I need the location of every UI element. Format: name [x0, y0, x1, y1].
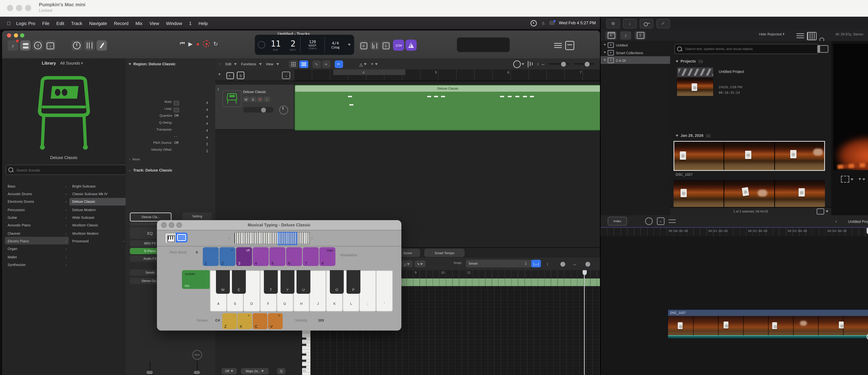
lcd-key[interactable]: Cmaj: [325, 45, 346, 49]
mixer-button[interactable]: [84, 40, 94, 51]
library-category-row[interactable]: Organ›: [5, 245, 69, 253]
marker-tool-icon[interactable]: [645, 217, 653, 225]
event-section-header[interactable]: Jan 28, 2026 (1): [676, 133, 710, 137]
quantize-apply-button[interactable]: Q: [277, 368, 285, 374]
window-dot-1[interactable]: [7, 5, 13, 11]
library-patch-row[interactable]: Wurlitzer Classic: [69, 221, 126, 229]
enhance-wand-icon[interactable]: ✦: [858, 177, 862, 182]
transform-tool-icon[interactable]: [841, 176, 849, 183]
midi-region[interactable]: Deluxe Classic: [294, 85, 601, 130]
smart-controls-button[interactable]: [71, 40, 82, 51]
pr-pencil-tool[interactable]: ✎︎: [414, 260, 426, 268]
timeline-history-icon[interactable]: [669, 218, 676, 224]
timeline-clip-1[interactable]: DSC_1027: [667, 309, 868, 339]
play-button[interactable]: ▶: [188, 41, 193, 47]
titles-generators-sidebar-button[interactable]: T: [635, 31, 646, 39]
library-patch-row[interactable]: Wurlitzer Modern: [69, 229, 126, 237]
viewer-video[interactable]: AirTag: [833, 44, 868, 170]
quick-help-button[interactable]: ?: [33, 40, 43, 51]
library-category-row[interactable]: Clavinet›: [5, 229, 69, 237]
pitch-mod-key[interactable]: off 3: [236, 247, 252, 266]
screen-record-icon[interactable]: [531, 20, 537, 26]
window-dot-2[interactable]: [16, 5, 22, 11]
clip-filmstrip-2[interactable]: [674, 180, 825, 208]
keyword-editor-button[interactable]: [640, 19, 653, 28]
sustain-key[interactable]: sustain tab: [182, 270, 210, 289]
lcd-chevron-icon[interactable]: [348, 44, 351, 46]
library-search-field[interactable]: [5, 164, 126, 175]
menu-item[interactable]: 1: [189, 21, 192, 25]
track-solo-button[interactable]: S: [250, 96, 256, 102]
black-key[interactable]: W: [216, 270, 230, 294]
track-header[interactable]: › Track: Deluxe Classic: [129, 168, 173, 172]
library-category-row[interactable]: Guitar›: [5, 214, 69, 221]
white-key[interactable]: J: [309, 270, 327, 312]
region-param-row[interactable]: Q-Swing: ▲▼: [126, 121, 215, 128]
libraries-sidebar-button[interactable]: ★: [606, 31, 617, 39]
h-zoom-slider[interactable]: [574, 63, 594, 65]
sidebar-item[interactable]: ★ 2-4-26: [601, 56, 673, 64]
tuner-button[interactable]: [370, 41, 379, 50]
solo-button[interactable]: S: [381, 41, 390, 50]
zoom-button[interactable]: [20, 33, 24, 37]
filter-menu[interactable]: Hide Rejected ▲▼: [759, 32, 787, 36]
track-pan-knob[interactable]: [279, 105, 288, 115]
library-category-row[interactable]: Synthesizer›: [5, 261, 69, 269]
v-zoom-slider[interactable]: [549, 63, 569, 65]
keyboard-view-button[interactable]: [164, 232, 176, 244]
media-import-download-button[interactable]: ↓: [623, 19, 637, 28]
project-name[interactable]: Untitled Project: [719, 69, 744, 73]
octave-velocity-key[interactable]: + V: [268, 313, 282, 329]
list-editors-button[interactable]: [554, 42, 562, 49]
secondary-tool-button[interactable]: +: [371, 62, 378, 66]
library-category-row[interactable]: Percussion›: [5, 206, 69, 213]
project-chevron-banner[interactable]: [677, 67, 713, 77]
vertical-zoom-button[interactable]: ↕: [537, 62, 539, 66]
search-sounds-input[interactable]: [15, 167, 124, 173]
lcd-bar[interactable]: 11: [265, 38, 286, 48]
menu-item[interactable]: Window: [166, 21, 182, 25]
track-mute-button[interactable]: M: [243, 96, 249, 102]
menu-item[interactable]: View: [150, 21, 159, 25]
keyboard-overview[interactable]: [234, 232, 310, 245]
record-button[interactable]: ●: [196, 41, 199, 47]
browser-search-field[interactable]: [674, 44, 819, 54]
octave-velocity-key[interactable]: - Z: [222, 313, 237, 329]
region-param-row[interactable]: Transpose: ▲▼: [126, 127, 215, 134]
lcd-time-sig[interactable]: 4/4: [325, 41, 346, 45]
menu-item[interactable]: File: [42, 21, 50, 25]
close-button[interactable]: [7, 33, 11, 37]
volume-fader-knob[interactable]: [147, 371, 153, 374]
black-key[interactable]: O: [330, 270, 344, 294]
setting-button[interactable]: Setting: [183, 213, 212, 220]
library-category-row[interactable]: Bass›: [5, 182, 69, 190]
library-patch-row[interactable]: Processed ›: [69, 237, 126, 245]
region-more[interactable]: ›More: [129, 158, 140, 161]
window-dot-3[interactable]: [25, 5, 31, 11]
global-solo-button[interactable]: S: [237, 71, 244, 79]
menu-button[interactable]: Edit: [225, 62, 241, 66]
bounce-knob[interactable]: Bnce: [192, 350, 202, 360]
track-input-button[interactable]: I: [264, 96, 270, 102]
menu-button[interactable]: View: [266, 62, 283, 66]
library-patch-row[interactable]: Classic Suitcase Mk IV: [69, 190, 126, 197]
menu-item[interactable]: Help: [198, 21, 208, 25]
track-name[interactable]: Deluxe Classic: [243, 90, 266, 94]
keyboard-range-window[interactable]: [278, 232, 297, 245]
white-key[interactable]: ': [376, 270, 393, 312]
octave-velocity-key[interactable]: - C: [253, 313, 267, 329]
playhead[interactable]: [584, 270, 585, 375]
library-category-row[interactable]: Mallet›: [5, 253, 69, 260]
browser-search-input[interactable]: [684, 46, 816, 52]
snap-button[interactable]: ✂: [334, 60, 343, 68]
menu-item[interactable]: Edit: [56, 21, 64, 25]
black-key[interactable]: T: [264, 270, 278, 294]
menu-item[interactable]: Track: [71, 21, 82, 25]
add-track-button[interactable]: +: [218, 71, 221, 76]
menu-item[interactable]: Record: [114, 21, 128, 25]
black-key[interactable]: E: [232, 270, 246, 294]
pitch-mod-key[interactable]: 4: [253, 247, 268, 266]
mt-titlebar[interactable]: Musical Typing - Deluxe Classic: [157, 220, 401, 230]
region-param-row[interactable]: Quantize Off ▲▼: [126, 114, 215, 121]
clip-filmstrip-selected[interactable]: [674, 142, 824, 170]
